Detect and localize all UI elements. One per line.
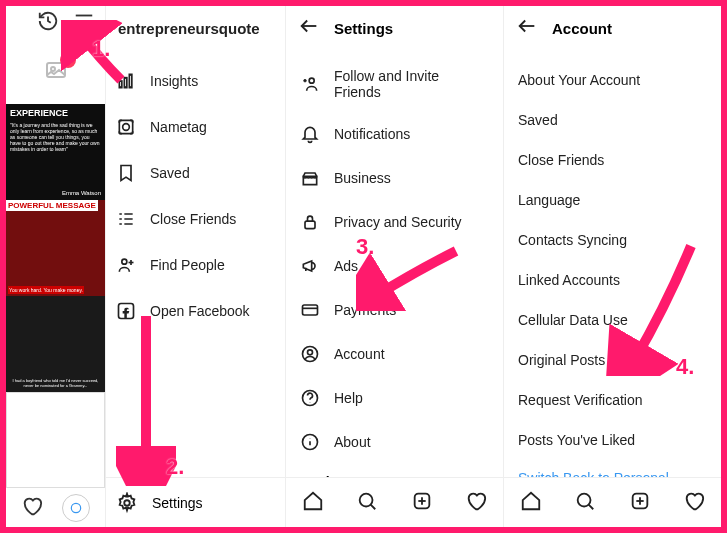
svg-rect-8 bbox=[129, 74, 132, 87]
sidebar-item-label: Find People bbox=[150, 257, 225, 273]
nav-heart-icon[interactable] bbox=[683, 490, 705, 516]
thumb-title: EXPERIENCE bbox=[10, 108, 101, 118]
list-item-label: About bbox=[334, 434, 371, 450]
svg-point-17 bbox=[309, 78, 314, 83]
account-item-original[interactable]: Original Posts bbox=[504, 340, 721, 380]
list-item-label: Original Posts bbox=[518, 352, 605, 368]
gear-icon bbox=[116, 492, 138, 514]
nav-add-icon[interactable] bbox=[411, 490, 433, 516]
back-icon[interactable] bbox=[298, 15, 320, 41]
account-item-contacts[interactable]: Contacts Syncing bbox=[504, 220, 721, 260]
list-item-label: Saved bbox=[518, 112, 558, 128]
settings-label: Settings bbox=[152, 495, 203, 511]
svg-point-24 bbox=[308, 350, 313, 355]
post-thumbnail[interactable]: I had a boyfriend who told me I'd never … bbox=[6, 296, 105, 392]
sidebar-item-label: Saved bbox=[150, 165, 190, 181]
sidebar-item-label: Insights bbox=[150, 73, 198, 89]
svg-point-36 bbox=[578, 493, 591, 506]
settings-item-notifications[interactable]: Notifications bbox=[286, 112, 503, 156]
post-thumbnail[interactable] bbox=[6, 392, 105, 488]
list-item-label: Linked Accounts bbox=[518, 272, 620, 288]
switch-account-link[interactable]: Switch Back to Personal Account bbox=[504, 460, 721, 477]
nav-home-icon[interactable] bbox=[302, 490, 324, 516]
page-title: Settings bbox=[334, 20, 393, 37]
svg-line-31 bbox=[371, 504, 376, 509]
menu-icon[interactable] bbox=[73, 10, 95, 36]
posts-grid: EXPERIENCE "It's a journey and the sad t… bbox=[6, 104, 105, 488]
list-item-label: Payments bbox=[334, 302, 396, 318]
thumb-title: POWERFUL MESSAGE bbox=[6, 200, 98, 211]
svg-rect-20 bbox=[305, 221, 315, 229]
thumb-caption: Emma Watson bbox=[10, 190, 101, 196]
svg-rect-6 bbox=[119, 81, 122, 88]
settings-item-ads[interactable]: Ads bbox=[286, 244, 503, 288]
svg-point-15 bbox=[124, 500, 130, 506]
logins-header: Logins bbox=[286, 464, 503, 477]
list-item-label: Account bbox=[334, 346, 385, 362]
sidebar-item-close-friends[interactable]: Close Friends bbox=[106, 196, 285, 242]
post-thumbnail[interactable]: POWERFUL MESSAGE You work hard. You make… bbox=[6, 200, 105, 296]
svg-point-5 bbox=[71, 503, 80, 512]
heart-icon[interactable] bbox=[21, 495, 43, 521]
list-item-label: Request Verification bbox=[518, 392, 643, 408]
notification-badge: 3 bbox=[60, 52, 76, 68]
sidebar-item-open-facebook[interactable]: Open Facebook bbox=[106, 288, 285, 334]
settings-button[interactable]: Settings bbox=[106, 477, 285, 527]
settings-item-follow-invite[interactable]: Follow and Invite Friends bbox=[286, 56, 503, 112]
list-item-label: Business bbox=[334, 170, 391, 186]
list-item-label: Contacts Syncing bbox=[518, 232, 627, 248]
settings-item-help[interactable]: Help bbox=[286, 376, 503, 420]
svg-line-37 bbox=[589, 504, 594, 509]
nav-home-icon[interactable] bbox=[520, 490, 542, 516]
svg-point-11 bbox=[122, 259, 127, 264]
list-item-label: Language bbox=[518, 192, 580, 208]
back-icon[interactable] bbox=[516, 15, 538, 41]
nav-add-icon[interactable] bbox=[629, 490, 651, 516]
profile-avatar[interactable] bbox=[62, 494, 90, 522]
list-item-label: Follow and Invite Friends bbox=[334, 68, 489, 100]
account-item-linked[interactable]: Linked Accounts bbox=[504, 260, 721, 300]
nav-search-icon[interactable] bbox=[574, 490, 596, 516]
settings-item-privacy[interactable]: Privacy and Security bbox=[286, 200, 503, 244]
account-item-close-friends[interactable]: Close Friends bbox=[504, 140, 721, 180]
list-item-label: Notifications bbox=[334, 126, 410, 142]
sidebar-item-insights[interactable]: Insights bbox=[106, 58, 285, 104]
account-item-cellular[interactable]: Cellular Data Use bbox=[504, 300, 721, 340]
svg-point-10 bbox=[123, 124, 130, 131]
page-title: Account bbox=[552, 20, 612, 37]
nav-heart-icon[interactable] bbox=[465, 490, 487, 516]
svg-point-30 bbox=[360, 493, 373, 506]
svg-rect-21 bbox=[303, 305, 318, 315]
svg-point-4 bbox=[51, 67, 55, 71]
settings-item-account[interactable]: Account bbox=[286, 332, 503, 376]
nav-search-icon[interactable] bbox=[356, 490, 378, 516]
list-item-label: Close Friends bbox=[518, 152, 604, 168]
sidebar-item-saved[interactable]: Saved bbox=[106, 150, 285, 196]
settings-item-business[interactable]: Business bbox=[286, 156, 503, 200]
history-icon[interactable] bbox=[37, 10, 59, 36]
list-item-label: Privacy and Security bbox=[334, 214, 462, 230]
sidebar-item-nametag[interactable]: Nametag bbox=[106, 104, 285, 150]
list-item-label: About Your Account bbox=[518, 72, 640, 88]
settings-item-about[interactable]: About bbox=[286, 420, 503, 464]
account-item-language[interactable]: Language bbox=[504, 180, 721, 220]
list-item-label: Posts You've Liked bbox=[518, 432, 635, 448]
list-item-label: Ads bbox=[334, 258, 358, 274]
account-item-about[interactable]: About Your Account bbox=[504, 60, 721, 100]
sidebar-item-label: Close Friends bbox=[150, 211, 236, 227]
account-item-saved[interactable]: Saved bbox=[504, 100, 721, 140]
settings-item-payments[interactable]: Payments bbox=[286, 288, 503, 332]
post-thumbnail[interactable]: EXPERIENCE "It's a journey and the sad t… bbox=[6, 104, 105, 200]
account-item-liked[interactable]: Posts You've Liked bbox=[504, 420, 721, 460]
username: entrepreneursquote bbox=[118, 20, 260, 37]
sidebar-item-label: Open Facebook bbox=[150, 303, 250, 319]
svg-rect-7 bbox=[124, 78, 127, 88]
account-item-verification[interactable]: Request Verification bbox=[504, 380, 721, 420]
list-item-label: Help bbox=[334, 390, 363, 406]
sidebar-item-label: Nametag bbox=[150, 119, 207, 135]
svg-rect-9 bbox=[119, 120, 132, 133]
sidebar-item-find-people[interactable]: Find People bbox=[106, 242, 285, 288]
list-item-label: Cellular Data Use bbox=[518, 312, 628, 328]
